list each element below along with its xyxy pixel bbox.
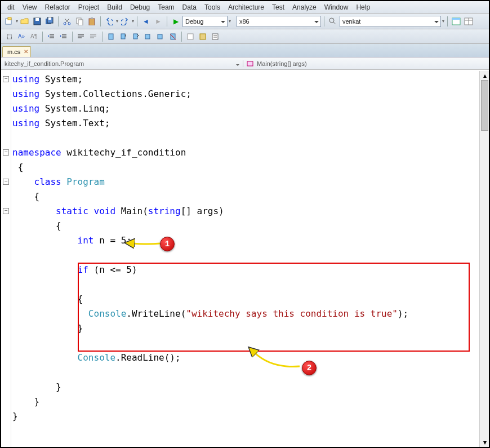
find-icon[interactable] <box>327 16 338 27</box>
code-line: using System; <box>12 72 489 87</box>
annotation-badge-2: 2 <box>302 361 317 375</box>
code-line: using System.Linq; <box>12 101 489 116</box>
code-line: { <box>12 160 489 175</box>
code-line: class Program <box>12 175 489 189</box>
decrease-indent-icon[interactable] <box>46 31 57 42</box>
type-nav-label: kitechy_if_condition.Program <box>5 60 84 67</box>
document-tab[interactable]: m.cs ✕ <box>2 46 31 57</box>
svg-rect-44 <box>247 61 253 66</box>
menu-item-analyze[interactable]: Analyze <box>288 3 320 11</box>
svg-rect-36 <box>158 34 162 39</box>
open-file-icon[interactable] <box>19 16 30 27</box>
code-line <box>12 131 489 145</box>
code-line: static void Main(string[] args) <box>12 204 489 219</box>
start-debug-icon[interactable]: ▶ <box>170 16 181 27</box>
code-line: { <box>12 219 489 233</box>
bookmark-next-icon[interactable] <box>130 31 141 42</box>
code-editor[interactable]: −−−− using System;using System.Collectio… <box>1 70 489 447</box>
bookmark-prev-icon[interactable] <box>118 31 129 42</box>
svg-rect-40 <box>200 34 206 39</box>
scroll-down-icon[interactable]: ▾ <box>480 438 489 447</box>
outline-toggle-icon[interactable]: − <box>3 76 9 82</box>
menu-item-debug[interactable]: Debug <box>126 3 154 11</box>
menu-item-view[interactable]: View <box>19 3 41 11</box>
bookmark-next-folder-icon[interactable] <box>155 31 166 42</box>
redo-icon[interactable] <box>119 16 131 27</box>
menu-item-data[interactable]: Data <box>179 3 201 11</box>
menu-item-window[interactable]: Window <box>320 3 353 11</box>
show-whitespace-icon[interactable]: A¶ <box>28 31 39 42</box>
undo-icon[interactable] <box>104 16 115 27</box>
svg-line-14 <box>333 22 336 24</box>
copy-icon[interactable] <box>74 16 85 27</box>
menu-item-build[interactable]: Build <box>103 3 126 11</box>
menu-item-dit[interactable]: dit <box>3 3 19 11</box>
member-nav-combo[interactable]: Main(string[] args) <box>243 60 489 67</box>
svg-rect-12 <box>91 17 93 19</box>
find-combo[interactable]: venkat <box>340 16 441 27</box>
method-icon <box>247 60 255 67</box>
code-line: int n = 5; <box>12 233 489 248</box>
menu-item-tools[interactable]: Tools <box>201 3 224 11</box>
svg-rect-6 <box>48 17 51 20</box>
close-icon[interactable]: ✕ <box>24 48 28 55</box>
save-all-icon[interactable] <box>44 16 55 27</box>
type-nav-combo[interactable]: kitechy_if_condition.Program <box>1 60 243 67</box>
code-line: using System.Text; <box>12 116 489 131</box>
code-line: } <box>12 394 489 409</box>
svg-rect-1 <box>8 17 11 20</box>
svg-rect-32 <box>109 34 113 39</box>
outline-toggle-icon[interactable]: − <box>3 179 9 185</box>
comment-icon[interactable] <box>75 31 87 42</box>
cut-icon[interactable] <box>61 16 73 27</box>
menu-item-project[interactable]: Project <box>74 3 103 11</box>
class-view-icon[interactable] <box>185 31 196 42</box>
menu-item-refactor[interactable]: Refactor <box>41 3 74 11</box>
scroll-thumb[interactable] <box>481 80 488 131</box>
solution-explorer-icon[interactable] <box>451 16 462 27</box>
menu-item-architecture[interactable]: Architecture <box>224 3 268 11</box>
increase-indent-icon[interactable] <box>58 31 69 42</box>
annotation-box <box>78 263 470 352</box>
toggle-btn-icon[interactable]: ⬚ <box>3 31 15 42</box>
menu-item-team[interactable]: Team <box>154 3 178 11</box>
code-line: } <box>12 380 489 394</box>
new-project-icon[interactable] <box>3 16 15 27</box>
nav-back-icon[interactable]: ◄ <box>140 16 152 27</box>
doc-outline-icon[interactable] <box>210 31 221 42</box>
properties-icon[interactable] <box>463 16 474 27</box>
svg-point-13 <box>329 18 334 23</box>
code-line <box>12 248 489 263</box>
code-line: } <box>12 409 489 424</box>
solution-platform-combo[interactable]: x86 <box>237 16 321 27</box>
vertical-scrollbar[interactable]: ▴ ▾ <box>479 71 489 447</box>
svg-rect-41 <box>212 34 218 39</box>
menu-item-test[interactable]: Test <box>268 3 288 11</box>
paste-icon[interactable] <box>86 16 97 27</box>
word-wrap-icon[interactable]: A» <box>16 31 27 42</box>
svg-rect-3 <box>35 18 39 21</box>
svg-rect-35 <box>145 34 150 39</box>
bookmark-toggle-icon[interactable] <box>105 31 117 42</box>
svg-rect-34 <box>133 34 137 39</box>
scroll-up-icon[interactable]: ▴ <box>480 71 489 80</box>
bookmark-prev-folder-icon[interactable] <box>142 31 154 42</box>
solution-config-combo[interactable]: Debug <box>182 16 228 27</box>
svg-rect-16 <box>452 18 460 20</box>
menu-item-help[interactable]: Help <box>352 3 374 11</box>
outline-toggle-icon[interactable]: − <box>3 149 9 156</box>
svg-rect-11 <box>89 19 95 25</box>
text-editor-toolbar: ⬚ A» A¶ <box>1 29 489 44</box>
uncomment-icon[interactable] <box>88 31 99 42</box>
outline-gutter: −−−− <box>1 70 11 447</box>
object-browser-icon[interactable] <box>197 31 208 42</box>
bookmark-clear-icon[interactable] <box>167 31 179 42</box>
document-tab-strip: m.cs ✕ <box>1 44 489 57</box>
code-line: { <box>12 189 489 204</box>
outline-toggle-icon[interactable]: − <box>3 208 9 214</box>
nav-fwd-icon[interactable]: ► <box>153 16 164 27</box>
svg-rect-10 <box>78 20 83 25</box>
save-icon[interactable] <box>32 16 43 27</box>
tab-label: m.cs <box>7 48 20 55</box>
annotation-badge-1: 1 <box>160 237 175 251</box>
